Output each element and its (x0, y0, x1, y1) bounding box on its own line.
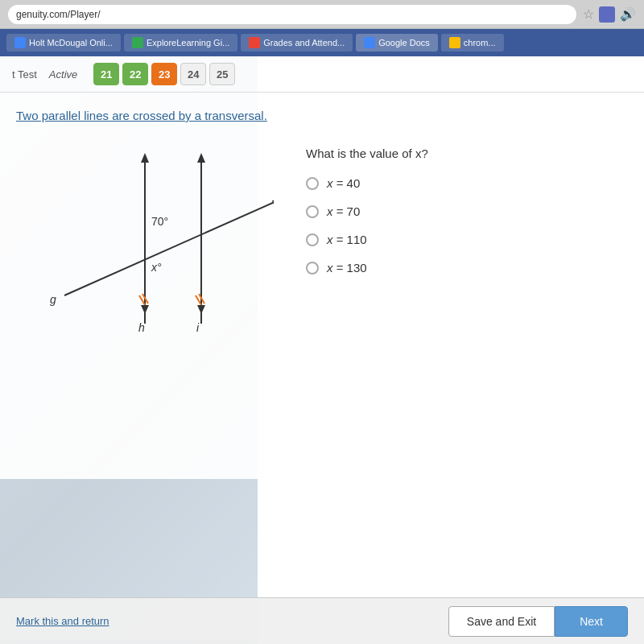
question-tabs: 21 22 23 24 25 (93, 63, 235, 85)
svg-text:h: h (138, 321, 145, 334)
radio-c[interactable] (306, 233, 319, 246)
holt-label: Holt McDougal Onli... (29, 38, 113, 47)
browser-icons: ☆ 🔊 (583, 6, 636, 23)
bookmark-chrome[interactable]: chrom... (441, 34, 504, 52)
test-status: Active (49, 68, 77, 80)
googledocs-label: Google Docs (378, 38, 430, 47)
choice-text-b: x = 70 (327, 204, 360, 218)
next-button[interactable]: Next (555, 606, 628, 637)
test-label: t Test (12, 68, 37, 80)
answer-question: What is the value of x? (306, 147, 628, 160)
svg-text:70°: 70° (151, 215, 168, 228)
save-exit-button[interactable]: Save and Exit (448, 606, 555, 637)
chrome-icon (449, 37, 460, 48)
svg-text:i: i (196, 321, 200, 334)
answer-section: What is the value of x? x = 40 x = 70 x … (306, 138, 628, 364)
test-header: t Test Active 21 22 23 24 25 (0, 56, 644, 93)
grades-label: Grades and Attend... (263, 38, 345, 47)
audio-icon[interactable]: 🔊 (620, 6, 636, 22)
svg-marker-6 (197, 153, 205, 163)
main-content: t Test Active 21 22 23 24 25 Two paralle… (0, 56, 644, 644)
bottom-buttons: Save and Exit Next (448, 606, 628, 637)
chrome-label: chrom... (464, 38, 496, 47)
question-layout: 70° x° g h i What is the value of x? x =… (16, 138, 628, 364)
q-tab-22[interactable]: 22 (122, 63, 148, 85)
svg-text:g: g (50, 293, 56, 306)
browser-bar: genuity.com/Player/ ☆ 🔊 (0, 0, 644, 29)
q-tab-23[interactable]: 23 (151, 63, 177, 85)
choice-text-a: x = 40 (327, 176, 360, 190)
radio-d[interactable] (306, 262, 319, 275)
answer-choice-d[interactable]: x = 130 (306, 261, 628, 275)
svg-marker-9 (197, 305, 205, 314)
svg-line-10 (64, 199, 274, 295)
bookmark-star-icon[interactable]: ☆ (583, 6, 594, 22)
bookmark-explore[interactable]: ExploreLearning Gi... (124, 34, 237, 52)
radio-a[interactable] (306, 177, 319, 190)
q-tab-21[interactable]: 21 (93, 63, 119, 85)
extension-icon (599, 6, 615, 23)
choice-text-d: x = 130 (327, 261, 367, 275)
answer-choice-b[interactable]: x = 70 (306, 204, 628, 218)
bookmarks-bar: Holt McDougal Onli... ExploreLearning Gi… (0, 29, 644, 56)
svg-text:x°: x° (151, 261, 162, 274)
geometry-diagram: 70° x° g h i (16, 138, 274, 364)
svg-marker-4 (141, 305, 149, 314)
explore-label: ExploreLearning Gi... (147, 38, 229, 47)
radio-b[interactable] (306, 205, 319, 218)
q-tab-24[interactable]: 24 (180, 63, 206, 85)
question-prompt: Two parallel lines are crossed by a tran… (16, 109, 628, 122)
url-text: genuity.com/Player/ (16, 9, 101, 20)
url-bar[interactable]: genuity.com/Player/ (8, 5, 576, 24)
bookmark-googledocs[interactable]: Google Docs (356, 34, 438, 52)
answer-choice-c[interactable]: x = 110 (306, 233, 628, 246)
svg-marker-1 (141, 153, 149, 163)
question-area: Two parallel lines are crossed by a tran… (0, 93, 644, 479)
bookmark-holt[interactable]: Holt McDougal Onli... (6, 34, 121, 52)
answer-choice-a[interactable]: x = 40 (306, 176, 628, 190)
explore-icon (132, 37, 143, 48)
bottom-bar: Mark this and return Save and Exit Next (0, 597, 644, 644)
mark-return-link[interactable]: Mark this and return (16, 615, 109, 627)
googledocs-icon (364, 37, 375, 48)
grades-icon (249, 37, 260, 48)
choice-text-c: x = 110 (327, 233, 367, 246)
diagram-area: 70° x° g h i (16, 138, 274, 364)
holt-icon (14, 37, 26, 48)
q-tab-25[interactable]: 25 (209, 63, 235, 85)
bookmark-grades[interactable]: Grades and Attend... (241, 34, 353, 52)
